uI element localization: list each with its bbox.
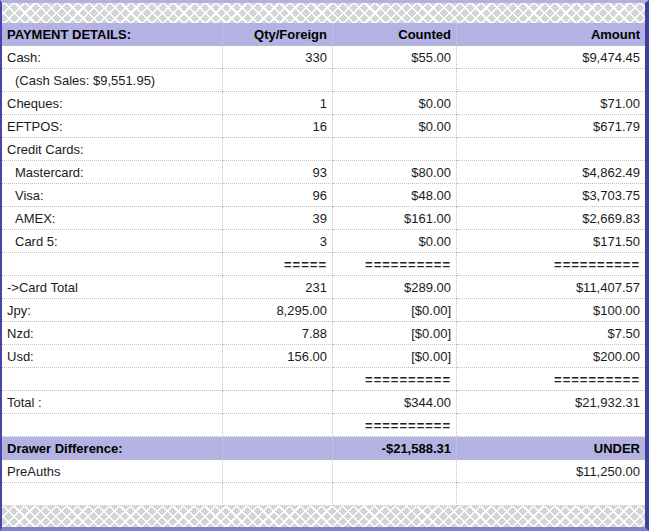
row-4-amount [457, 138, 645, 161]
row-6-qty: 96 [223, 184, 333, 207]
table-body: Cash:330$55.00$9,474.45(Cash Sales: $9,5… [2, 46, 645, 506]
row-9-amount: ========== [457, 253, 645, 276]
row-1-qty [223, 69, 333, 92]
row-12-label: Nzd: [2, 322, 223, 345]
separator-row: ========== [2, 414, 645, 437]
row-12-qty: 7.88 [223, 322, 333, 345]
row-15-label: Total : [2, 391, 223, 414]
row-11-label: Jpy: [2, 299, 223, 322]
row-4-counted [333, 138, 457, 161]
row-15-amount: $21,932.31 [457, 391, 645, 414]
row-19-amount [457, 483, 645, 506]
separator-row: ==================== [2, 368, 645, 391]
payment-details-window: PAYMENT DETAILS: Qty/Foreign Counted Amo… [0, 0, 649, 531]
table-row: Usd:156.00[$0.00]$200.00 [2, 345, 645, 368]
table-row: Total :$344.00$21,932.31 [2, 391, 645, 414]
row-13-amount: $200.00 [457, 345, 645, 368]
row-14-amount: ========== [457, 368, 645, 391]
row-17-counted: -$21,588.31 [333, 437, 457, 460]
table-row: (Cash Sales: $9,551.95) [2, 69, 645, 92]
separator-row: ========================= [2, 253, 645, 276]
table-row: Cash:330$55.00$9,474.45 [2, 46, 645, 69]
row-11-amount: $100.00 [457, 299, 645, 322]
row-12-counted: [$0.00] [333, 322, 457, 345]
table-row: Mastercard:93$80.00$4,862.49 [2, 161, 645, 184]
row-5-amount: $4,862.49 [457, 161, 645, 184]
top-hatch-pattern [2, 3, 645, 23]
table-row: Jpy:8,295.00[$0.00]$100.00 [2, 299, 645, 322]
row-4-label: Credit Cards: [2, 138, 223, 161]
row-17-amount: UNDER [457, 437, 645, 460]
row-1-label: (Cash Sales: $9,551.95) [2, 69, 223, 92]
row-18-counted [333, 460, 457, 483]
row-13-label: Usd: [2, 345, 223, 368]
table-row [2, 483, 645, 506]
row-3-label: EFTPOS: [2, 115, 223, 138]
row-7-qty: 39 [223, 207, 333, 230]
row-3-counted: $0.00 [333, 115, 457, 138]
row-10-amount: $11,407.57 [457, 276, 645, 299]
row-19-label [2, 483, 223, 506]
row-0-amount: $9,474.45 [457, 46, 645, 69]
table-header-row: PAYMENT DETAILS: Qty/Foreign Counted Amo… [2, 23, 645, 46]
row-11-qty: 8,295.00 [223, 299, 333, 322]
row-4-qty [223, 138, 333, 161]
row-2-amount: $71.00 [457, 92, 645, 115]
row-18-amount: $11,250.00 [457, 460, 645, 483]
table-row: AMEX:39$161.00$2,669.83 [2, 207, 645, 230]
header-qty-foreign: Qty/Foreign [223, 23, 333, 46]
row-13-qty: 156.00 [223, 345, 333, 368]
table-row: Credit Cards: [2, 138, 645, 161]
row-9-qty: ===== [223, 253, 333, 276]
row-6-counted: $48.00 [333, 184, 457, 207]
row-12-amount: $7.50 [457, 322, 645, 345]
row-19-qty [223, 483, 333, 506]
table-row: EFTPOS:16$0.00$671.79 [2, 115, 645, 138]
row-8-amount: $171.50 [457, 230, 645, 253]
row-11-counted: [$0.00] [333, 299, 457, 322]
row-6-label: Visa: [2, 184, 223, 207]
row-17-label: Drawer Difference: [2, 437, 223, 460]
row-0-counted: $55.00 [333, 46, 457, 69]
row-9-counted: ========== [333, 253, 457, 276]
header-payment-details: PAYMENT DETAILS: [2, 23, 223, 46]
row-16-counted: ========== [333, 414, 457, 437]
row-2-label: Cheques: [2, 92, 223, 115]
row-7-counted: $161.00 [333, 207, 457, 230]
row-14-counted: ========== [333, 368, 457, 391]
header-amount: Amount [457, 23, 645, 46]
row-8-counted: $0.00 [333, 230, 457, 253]
row-5-qty: 93 [223, 161, 333, 184]
row-8-qty: 3 [223, 230, 333, 253]
row-17-qty [223, 437, 333, 460]
row-15-qty [223, 391, 333, 414]
row-13-counted: [$0.00] [333, 345, 457, 368]
row-18-qty [223, 460, 333, 483]
row-8-label: Card 5: [2, 230, 223, 253]
table-row: Cheques:1$0.00$71.00 [2, 92, 645, 115]
payment-details-table: PAYMENT DETAILS: Qty/Foreign Counted Amo… [2, 23, 645, 506]
row-2-qty: 1 [223, 92, 333, 115]
row-1-counted [333, 69, 457, 92]
row-0-qty: 330 [223, 46, 333, 69]
row-10-counted: $289.00 [333, 276, 457, 299]
row-10-label: ->Card Total [2, 276, 223, 299]
table-row: Nzd:7.88[$0.00]$7.50 [2, 322, 645, 345]
table-row: ->Card Total231$289.00$11,407.57 [2, 276, 645, 299]
row-0-label: Cash: [2, 46, 223, 69]
row-9-label [2, 253, 223, 276]
table-row: Card 5:3$0.00$171.50 [2, 230, 645, 253]
row-15-counted: $344.00 [333, 391, 457, 414]
row-2-counted: $0.00 [333, 92, 457, 115]
row-6-amount: $3,703.75 [457, 184, 645, 207]
row-14-label [2, 368, 223, 391]
table-row: PreAuths$11,250.00 [2, 460, 645, 483]
row-1-amount [457, 69, 645, 92]
row-5-counted: $80.00 [333, 161, 457, 184]
row-7-amount: $2,669.83 [457, 207, 645, 230]
header-counted: Counted [333, 23, 457, 46]
row-3-qty: 16 [223, 115, 333, 138]
row-16-qty [223, 414, 333, 437]
table-row: Visa:96$48.00$3,703.75 [2, 184, 645, 207]
row-19-counted [333, 483, 457, 506]
